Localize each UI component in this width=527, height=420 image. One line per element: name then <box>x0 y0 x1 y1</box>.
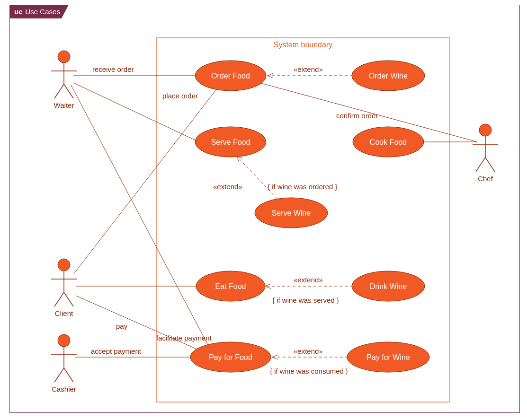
actor-head-icon <box>58 259 70 271</box>
diagram-svg: System boundary receive order facilitate… <box>0 0 527 420</box>
svg-text:Drink Wine: Drink Wine <box>370 282 407 290</box>
svg-line-21 <box>64 84 73 98</box>
actor-cashier: Cashier <box>51 334 77 393</box>
svg-line-28 <box>54 368 64 382</box>
usecase-order-food: Order Food <box>195 61 266 91</box>
usecase-cook-food: Cook Food <box>353 127 424 157</box>
label-extend-4: «extend» <box>294 347 323 355</box>
actor-head-icon <box>479 124 491 136</box>
label-place-order: place order <box>162 92 198 100</box>
diagram-frame: ucUse Cases System boundary receive orde… <box>0 0 527 420</box>
svg-text:Pay for Wine: Pay for Wine <box>366 353 410 361</box>
label-confirm-order: confirm order <box>336 112 378 120</box>
svg-text:Pay for Food: Pay for Food <box>209 353 252 361</box>
guard-wine-ordered: { if wine was ordered } <box>268 183 338 191</box>
svg-text:Order Wine: Order Wine <box>369 72 408 80</box>
actor-cashier-label: Cashier <box>52 385 76 393</box>
label-extend-2: «extend» <box>213 183 242 191</box>
svg-text:Eat Food: Eat Food <box>215 282 246 290</box>
usecase-serve-food: Serve Food <box>195 127 266 157</box>
actor-waiter-label: Waiter <box>54 101 74 109</box>
assoc-waiter-payfood <box>71 85 213 355</box>
svg-text:Serve Wine: Serve Wine <box>272 209 311 217</box>
svg-line-33 <box>485 158 495 172</box>
usecase-pay-wine: Pay for Wine <box>347 342 429 372</box>
svg-line-24 <box>54 292 64 306</box>
assoc-client-orderfood <box>73 88 218 274</box>
usecase-drink-wine: Drink Wine <box>352 271 425 301</box>
label-extend-1: «extend» <box>294 65 323 73</box>
actor-client-label: Client <box>55 309 73 317</box>
actor-client: Client <box>51 259 77 317</box>
actor-chef: Chef <box>473 124 498 183</box>
actor-waiter: Waiter <box>51 51 77 109</box>
svg-text:Cook Food: Cook Food <box>370 138 407 146</box>
assoc-client-payfood <box>76 296 199 350</box>
usecase-eat-food: Eat Food <box>196 271 265 301</box>
guard-wine-served: { if wine was served } <box>272 296 339 304</box>
svg-text:Order Food: Order Food <box>211 72 250 80</box>
label-extend-3: «extend» <box>294 276 323 284</box>
actor-head-icon <box>58 51 70 63</box>
label-accept-payment: accept payment <box>91 347 142 355</box>
label-receive-order: receive order <box>92 65 134 73</box>
extend-servewine-servefood <box>237 156 277 199</box>
svg-line-29 <box>64 368 73 382</box>
label-facilitate-payment: facilitate payment <box>156 334 212 342</box>
actor-head-icon <box>58 334 70 347</box>
actor-chef-label: Chef <box>478 175 493 183</box>
svg-line-25 <box>64 292 73 306</box>
svg-line-20 <box>54 84 64 98</box>
boundary-label: System boundary <box>274 41 333 49</box>
usecase-pay-food: Pay for Food <box>190 342 271 372</box>
svg-text:Serve Food: Serve Food <box>211 138 250 146</box>
svg-line-32 <box>476 158 485 172</box>
label-pay: pay <box>116 322 128 330</box>
guard-wine-consumed: { if wine was consumed } <box>270 367 348 375</box>
usecase-serve-wine: Serve Wine <box>255 198 328 228</box>
usecase-order-wine: Order Wine <box>352 61 425 91</box>
